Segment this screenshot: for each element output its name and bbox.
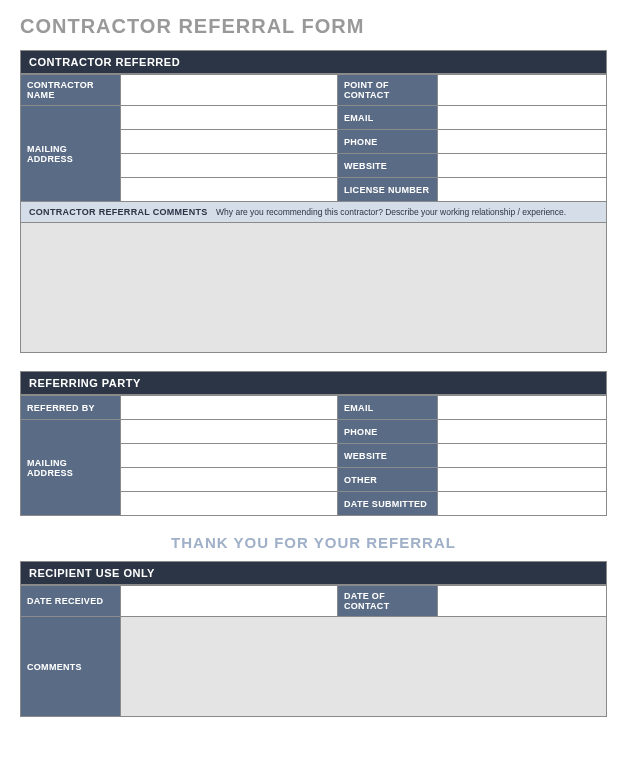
label-referred-by: REFERRED BY xyxy=(21,396,121,420)
input-mailing-address-3[interactable] xyxy=(121,154,338,178)
label-point-of-contact: POINT OF CONTACT xyxy=(338,75,438,106)
input-date-received[interactable] xyxy=(121,586,338,617)
label-contractor-name: CONTRACTOR NAME xyxy=(21,75,121,106)
input-ref-mailing-2[interactable] xyxy=(121,444,338,468)
input-mailing-address-1[interactable] xyxy=(121,106,338,130)
section-recipient-use: RECIPIENT USE ONLY DATE RECEIVED DATE OF… xyxy=(20,561,607,717)
input-ref-mailing-4[interactable] xyxy=(121,492,338,516)
recipient-table: DATE RECEIVED DATE OF CONTACT COMMENTS xyxy=(20,585,607,717)
label-website: WEBSITE xyxy=(338,154,438,178)
input-date-submitted[interactable] xyxy=(438,492,607,516)
section-contractor-referred: CONTRACTOR REFERRED CONTRACTOR NAME POIN… xyxy=(20,50,607,353)
thank-you-message: THANK YOU FOR YOUR REFERRAL xyxy=(20,534,607,551)
input-referral-comments[interactable] xyxy=(20,223,607,353)
input-mailing-address-2[interactable] xyxy=(121,130,338,154)
label-ref-phone: PHONE xyxy=(338,420,438,444)
label-email: EMAIL xyxy=(338,106,438,130)
label-ref-website: WEBSITE xyxy=(338,444,438,468)
comments-hint: Why are you recommending this contractor… xyxy=(216,207,566,217)
section-referring-party: REFERRING PARTY REFERRED BY EMAIL MAILIN… xyxy=(20,371,607,516)
input-ref-other[interactable] xyxy=(438,468,607,492)
input-ref-phone[interactable] xyxy=(438,420,607,444)
label-phone: PHONE xyxy=(338,130,438,154)
input-mailing-address-4[interactable] xyxy=(121,178,338,202)
input-website[interactable] xyxy=(438,154,607,178)
contractor-table: CONTRACTOR NAME POINT OF CONTACT MAILING… xyxy=(20,74,607,202)
label-ref-other: OTHER xyxy=(338,468,438,492)
label-date-submitted: DATE SUBMITTED xyxy=(338,492,438,516)
comments-header: CONTRACTOR REFERRAL COMMENTS Why are you… xyxy=(20,202,607,223)
label-date-of-contact: DATE OF CONTACT xyxy=(338,586,438,617)
referring-table: REFERRED BY EMAIL MAILING ADDRESS PHONE … xyxy=(20,395,607,516)
label-ref-email: EMAIL xyxy=(338,396,438,420)
label-mailing-address: MAILING ADDRESS xyxy=(21,106,121,202)
input-date-of-contact[interactable] xyxy=(438,586,607,617)
input-ref-mailing-3[interactable] xyxy=(121,468,338,492)
label-date-received: DATE RECEIVED xyxy=(21,586,121,617)
label-license-number: LICENSE NUMBER xyxy=(338,178,438,202)
input-point-of-contact[interactable] xyxy=(438,75,607,106)
section-header-contractor: CONTRACTOR REFERRED xyxy=(20,50,607,74)
label-ref-mailing-address: MAILING ADDRESS xyxy=(21,420,121,516)
input-contractor-name[interactable] xyxy=(121,75,338,106)
input-email[interactable] xyxy=(438,106,607,130)
input-ref-mailing-1[interactable] xyxy=(121,420,338,444)
comments-label: CONTRACTOR REFERRAL COMMENTS xyxy=(29,207,208,217)
input-phone[interactable] xyxy=(438,130,607,154)
input-ref-website[interactable] xyxy=(438,444,607,468)
input-referred-by[interactable] xyxy=(121,396,338,420)
page-title: CONTRACTOR REFERRAL FORM xyxy=(20,15,607,38)
input-recipient-comments[interactable] xyxy=(121,617,607,717)
section-header-referring: REFERRING PARTY xyxy=(20,371,607,395)
input-ref-email[interactable] xyxy=(438,396,607,420)
input-license-number[interactable] xyxy=(438,178,607,202)
label-recipient-comments: COMMENTS xyxy=(21,617,121,717)
section-header-recipient: RECIPIENT USE ONLY xyxy=(20,561,607,585)
